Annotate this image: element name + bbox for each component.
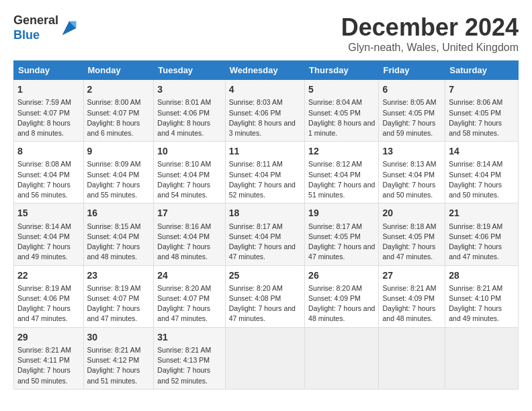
daylight: Daylight: 7 hours and 50 minutes. <box>17 366 71 384</box>
sunrise: Sunrise: 8:21 AM <box>449 284 502 292</box>
sunset: Sunset: 4:05 PM <box>308 232 361 240</box>
sunset: Sunset: 4:04 PM <box>229 232 281 240</box>
sunset: Sunset: 4:04 PM <box>17 232 70 240</box>
daylight: Daylight: 7 hours and 52 minutes. <box>157 366 210 384</box>
daylight: Daylight: 7 hours and 47 minutes. <box>157 304 210 322</box>
day-number: 21 <box>449 206 515 220</box>
sunrise: Sunrise: 8:14 AM <box>449 160 502 168</box>
calendar-day-cell: 10Sunrise: 8:10 AMSunset: 4:04 PMDayligh… <box>154 142 225 203</box>
sunrise: Sunrise: 8:04 AM <box>308 98 362 106</box>
day-number: 27 <box>382 269 441 282</box>
sunrise: Sunrise: 8:21 AM <box>17 346 71 354</box>
calendar-day-cell <box>379 327 445 389</box>
calendar-day-cell: 15Sunrise: 8:14 AMSunset: 4:04 PMDayligh… <box>14 203 84 265</box>
day-number: 31 <box>157 330 221 344</box>
sunset: Sunset: 4:05 PM <box>382 232 435 240</box>
sunset: Sunset: 4:05 PM <box>382 109 435 117</box>
sunrise: Sunrise: 8:19 AM <box>17 284 71 292</box>
calendar-day-cell: 14Sunrise: 8:14 AMSunset: 4:04 PMDayligh… <box>445 142 519 203</box>
daylight: Daylight: 7 hours and 51 minutes. <box>308 181 375 199</box>
day-number: 24 <box>157 269 221 282</box>
sunrise: Sunrise: 8:20 AM <box>229 284 283 292</box>
daylight: Daylight: 7 hours and 47 minutes. <box>382 242 435 261</box>
day-number: 30 <box>87 330 150 344</box>
logo-blue-text: Blue <box>13 28 40 42</box>
daylight: Daylight: 7 hours and 50 minutes. <box>449 181 502 199</box>
day-number: 11 <box>229 144 301 158</box>
day-number: 22 <box>17 269 80 282</box>
sunset: Sunset: 4:04 PM <box>308 171 361 179</box>
daylight: Daylight: 7 hours and 48 minutes. <box>87 242 140 261</box>
calendar-day-cell: 6Sunrise: 8:05 AMSunset: 4:05 PMDaylight… <box>379 80 445 142</box>
calendar-day-cell: 22Sunrise: 8:19 AMSunset: 4:06 PMDayligh… <box>14 265 84 327</box>
sunset: Sunset: 4:06 PM <box>449 232 501 240</box>
daylight: Daylight: 8 hours and 6 minutes. <box>87 119 140 137</box>
sunrise: Sunrise: 8:09 AM <box>87 160 141 168</box>
sunset: Sunset: 4:06 PM <box>157 109 210 117</box>
calendar-day-cell: 26Sunrise: 8:20 AMSunset: 4:09 PMDayligh… <box>305 265 379 327</box>
calendar-week-row: 15Sunrise: 8:14 AMSunset: 4:04 PMDayligh… <box>14 203 519 265</box>
calendar-day-cell: 29Sunrise: 8:21 AMSunset: 4:11 PMDayligh… <box>14 327 84 389</box>
sunset: Sunset: 4:10 PM <box>449 294 501 302</box>
calendar-day-cell: 19Sunrise: 8:17 AMSunset: 4:05 PMDayligh… <box>305 203 379 265</box>
day-of-week-header: Monday <box>83 61 154 80</box>
calendar-day-cell: 28Sunrise: 8:21 AMSunset: 4:10 PMDayligh… <box>445 265 519 327</box>
day-number: 2 <box>87 83 150 96</box>
calendar-table: SundayMondayTuesdayWednesdayThursdayFrid… <box>13 60 519 390</box>
day-number: 9 <box>87 144 150 158</box>
calendar-day-cell: 27Sunrise: 8:21 AMSunset: 4:09 PMDayligh… <box>379 265 445 327</box>
day-number: 5 <box>308 83 375 96</box>
daylight: Daylight: 7 hours and 48 minutes. <box>157 242 210 261</box>
calendar-day-cell: 25Sunrise: 8:20 AMSunset: 4:08 PMDayligh… <box>225 265 304 327</box>
calendar-day-cell: 7Sunrise: 8:06 AMSunset: 4:05 PMDaylight… <box>445 80 519 142</box>
calendar-day-cell <box>305 327 379 389</box>
day-number: 17 <box>157 206 221 220</box>
calendar-day-cell: 3Sunrise: 8:01 AMSunset: 4:06 PMDaylight… <box>154 80 225 142</box>
calendar-day-cell: 2Sunrise: 8:00 AMSunset: 4:07 PMDaylight… <box>83 80 154 142</box>
calendar-day-cell: 31Sunrise: 8:21 AMSunset: 4:13 PMDayligh… <box>154 327 225 389</box>
sunset: Sunset: 4:07 PM <box>17 109 70 117</box>
sunset: Sunset: 4:06 PM <box>229 109 281 117</box>
sunrise: Sunrise: 8:17 AM <box>308 222 362 230</box>
day-of-week-header: Tuesday <box>154 61 225 80</box>
day-number: 6 <box>382 83 441 96</box>
daylight: Daylight: 7 hours and 55 minutes. <box>87 181 140 199</box>
sunset: Sunset: 4:05 PM <box>449 109 501 117</box>
calendar-day-cell: 16Sunrise: 8:15 AMSunset: 4:04 PMDayligh… <box>83 203 154 265</box>
sunrise: Sunrise: 8:11 AM <box>229 160 283 168</box>
sunset: Sunset: 4:12 PM <box>87 356 140 364</box>
sunrise: Sunrise: 8:01 AM <box>157 98 211 106</box>
location: Glyn-neath, Wales, United Kingdom <box>341 42 519 54</box>
sunset: Sunset: 4:06 PM <box>17 294 70 302</box>
logo-general-text: General <box>13 13 58 27</box>
calendar-week-row: 22Sunrise: 8:19 AMSunset: 4:06 PMDayligh… <box>14 265 519 327</box>
sunrise: Sunrise: 8:03 AM <box>229 98 283 106</box>
title-section: December 2024 Glyn-neath, Wales, United … <box>341 13 519 54</box>
calendar-day-cell: 5Sunrise: 8:04 AMSunset: 4:05 PMDaylight… <box>305 80 379 142</box>
calendar-header-row: SundayMondayTuesdayWednesdayThursdayFrid… <box>14 61 519 80</box>
sunrise: Sunrise: 8:13 AM <box>382 160 436 168</box>
day-of-week-header: Thursday <box>305 61 379 80</box>
day-number: 4 <box>229 83 301 96</box>
sunrise: Sunrise: 8:21 AM <box>157 346 211 354</box>
calendar-day-cell: 24Sunrise: 8:20 AMSunset: 4:07 PMDayligh… <box>154 265 225 327</box>
daylight: Daylight: 7 hours and 51 minutes. <box>87 366 140 384</box>
day-number: 10 <box>157 144 221 158</box>
sunrise: Sunrise: 8:19 AM <box>449 222 502 230</box>
sunset: Sunset: 4:07 PM <box>87 109 140 117</box>
calendar-day-cell: 11Sunrise: 8:11 AMSunset: 4:04 PMDayligh… <box>225 142 304 203</box>
logo-icon <box>60 19 79 38</box>
daylight: Daylight: 7 hours and 56 minutes. <box>17 181 71 199</box>
calendar-day-cell: 13Sunrise: 8:13 AMSunset: 4:04 PMDayligh… <box>379 142 445 203</box>
day-number: 8 <box>17 144 80 158</box>
day-number: 28 <box>449 269 515 282</box>
calendar-day-cell <box>225 327 304 389</box>
calendar-day-cell <box>445 327 519 389</box>
sunrise: Sunrise: 8:21 AM <box>382 284 436 292</box>
sunrise: Sunrise: 8:15 AM <box>87 222 141 230</box>
daylight: Daylight: 7 hours and 58 minutes. <box>449 119 502 137</box>
page-container: General Blue December 2024 Glyn-neath, W… <box>13 13 519 390</box>
day-number: 16 <box>87 206 150 220</box>
daylight: Daylight: 8 hours and 4 minutes. <box>157 119 210 137</box>
sunrise: Sunrise: 7:59 AM <box>17 98 71 106</box>
